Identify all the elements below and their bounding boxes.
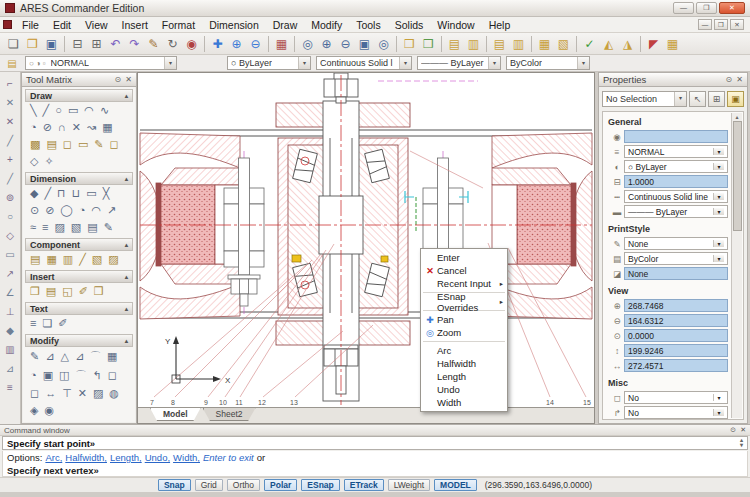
chevron-down-icon[interactable]: ▾: [713, 163, 724, 170]
chevron-down-icon[interactable]: ▾: [577, 57, 589, 69]
minimize-button[interactable]: —: [673, 2, 694, 14]
chevron-down-icon[interactable]: ▾: [399, 57, 411, 69]
child-minimize-button[interactable]: —: [698, 19, 712, 30]
menu-format[interactable]: Format: [155, 18, 202, 32]
menu-item-undo[interactable]: Undo: [421, 383, 507, 396]
print-style-combo[interactable]: ByColor ▾: [506, 56, 590, 70]
cad-drawing[interactable]: 7 8 9 10 11 12 13 14 15 Y X: [138, 73, 594, 407]
selection-combo[interactable]: No Selection ▾: [602, 91, 687, 107]
zoom-dynamic-icon[interactable]: ⊕: [317, 35, 336, 53]
tool-icon-row[interactable]: ◻↔⊤✕▨◍: [23, 385, 135, 402]
line-style-field[interactable]: Continuous Solid line▾: [624, 190, 728, 203]
tab-sheet2[interactable]: Sheet2: [203, 408, 256, 421]
pan-icon[interactable]: ✚: [208, 35, 227, 53]
tool-icon-row[interactable]: ≈≡▨▧▤✎: [23, 219, 135, 236]
esnap-tool-icon[interactable]: ⊥: [2, 302, 19, 321]
closed-box-icon[interactable]: ▥: [509, 35, 528, 53]
tool-icon-row[interactable]: ✎⊿△⊿⌒▦: [23, 347, 135, 366]
menu-item-zoom[interactable]: ◎Zoom: [421, 326, 507, 339]
menu-solids[interactable]: Solids: [388, 18, 431, 32]
menu-view[interactable]: View: [78, 18, 115, 32]
chevron-down-icon[interactable]: ▾: [713, 409, 724, 416]
flag-icon[interactable]: ◤: [644, 35, 663, 53]
tab-model[interactable]: Model: [150, 408, 201, 421]
esnap-tool-icon[interactable]: ✕: [2, 112, 19, 131]
pin-icon[interactable]: ⊙: [730, 426, 736, 434]
properties-options-button[interactable]: ▣: [727, 91, 744, 107]
chevron-down-icon[interactable]: ▾: [164, 57, 176, 69]
edit-icon[interactable]: ✎: [144, 35, 163, 53]
child-restore-button[interactable]: ❐: [714, 19, 728, 30]
menu-draw[interactable]: Draw: [266, 18, 305, 32]
option-enter-exit-link[interactable]: Enter to exit: [203, 452, 254, 463]
zoom-window-icon[interactable]: ◎: [298, 35, 317, 53]
close-button[interactable]: ✕: [719, 2, 745, 14]
polar-toggle[interactable]: Polar: [264, 479, 297, 491]
etrack-toggle[interactable]: ETrack: [344, 479, 384, 491]
layer-combo[interactable]: ○◑▫ NORMAL ▾: [25, 56, 177, 70]
import-sheet-icon[interactable]: ❒: [419, 35, 438, 53]
esnap-tool-icon[interactable]: ○: [2, 207, 19, 226]
menu-tools[interactable]: Tools: [349, 18, 388, 32]
tool-icon-row[interactable]: ⊙⊘◯◔◠↗: [23, 202, 135, 219]
menu-insert[interactable]: Insert: [115, 18, 155, 32]
tool-icon-row[interactable]: ◇✧: [23, 153, 135, 170]
close-icon[interactable]: ✕: [125, 75, 132, 84]
snap-toggle[interactable]: Snap: [158, 479, 191, 491]
line-style-combo[interactable]: Continuous Solid l ▾: [316, 56, 412, 70]
zoom-previous-icon[interactable]: ⊖: [336, 35, 355, 53]
zoom-in-icon[interactable]: ⊕: [227, 35, 246, 53]
zoom-extents-icon[interactable]: ◎: [374, 35, 393, 53]
drawer-a-icon[interactable]: ▦: [535, 35, 554, 53]
print-icon[interactable]: ⊟: [68, 35, 87, 53]
center-x-field[interactable]: 268.7468: [624, 299, 728, 312]
menu-window[interactable]: Window: [430, 18, 481, 32]
print-preview-icon[interactable]: ⊞: [87, 35, 106, 53]
menu-item-length[interactable]: Length: [421, 370, 507, 383]
line-scale-field[interactable]: 1.0000: [624, 175, 728, 188]
menu-item-arc[interactable]: Arc: [421, 344, 507, 357]
drawing-canvas[interactable]: 7 8 9 10 11 12 13 14 15 Y X Model Sheet2: [137, 72, 595, 424]
chevron-down-icon[interactable]: ▾: [713, 148, 724, 155]
drawer-b-icon[interactable]: ▧: [554, 35, 573, 53]
menu-item-recent-input[interactable]: Recent Input▸: [421, 277, 507, 290]
option-width-link[interactable]: Width,: [173, 452, 200, 463]
esnap-tool-icon[interactable]: ◇: [2, 226, 19, 245]
menu-item-esnap-overrides[interactable]: ESnap Overrides▸: [421, 295, 507, 308]
tool-icon-row[interactable]: ╲╱○▭◠∿: [23, 102, 135, 119]
chevron-down-icon[interactable]: ▾: [488, 57, 500, 69]
menu-item-halfwidth[interactable]: Halfwidth: [421, 357, 507, 370]
scroll-up-icon[interactable]: ▴: [735, 113, 738, 120]
pin-icon[interactable]: ⊙: [726, 75, 733, 84]
misc-field[interactable]: No▾: [624, 391, 728, 404]
menu-modify[interactable]: Modify: [304, 18, 349, 32]
option-arc-link[interactable]: Arc,: [45, 452, 62, 463]
download-icon[interactable]: ◮: [618, 35, 637, 53]
tool-icon-row[interactable]: ◆╱⊓⊔▭╳: [23, 185, 135, 202]
zoom-out-icon[interactable]: ⊖: [246, 35, 265, 53]
chevron-down-icon[interactable]: ▾: [713, 193, 724, 200]
section-draw[interactable]: Draw▴: [25, 89, 133, 102]
save-sheet-icon[interactable]: ❒: [400, 35, 419, 53]
pack-go-icon[interactable]: ▥: [464, 35, 483, 53]
center-z-field[interactable]: 0.0000: [624, 329, 728, 342]
redo-icon[interactable]: ↷: [125, 35, 144, 53]
tool-icon-row[interactable]: ◔▣◫⌒↰◻: [23, 366, 135, 385]
palette-icon[interactable]: ▦: [272, 35, 291, 53]
misc-field[interactable]: No▾: [624, 406, 728, 419]
toolbox-icon[interactable]: ▦: [663, 35, 682, 53]
view-height-field[interactable]: 199.9246: [624, 344, 728, 357]
tool-icon-row[interactable]: ❐▤◱✐❒: [23, 283, 135, 300]
chevron-down-icon[interactable]: ▾: [298, 57, 310, 69]
layer-field[interactable]: NORMAL▾: [624, 145, 728, 158]
esnap-tool-icon[interactable]: ▭: [2, 245, 19, 264]
chevron-down-icon[interactable]: ▾: [713, 255, 724, 262]
chevron-down-icon[interactable]: ▾: [674, 92, 686, 106]
select-entities-button[interactable]: ↖: [689, 91, 706, 107]
quick-select-button[interactable]: ⊞: [708, 91, 725, 107]
esnap-tool-icon[interactable]: ≡: [2, 378, 19, 397]
undo-icon[interactable]: ↶: [106, 35, 125, 53]
esnap-tool-icon[interactable]: ∠: [2, 283, 19, 302]
export-sheet-icon[interactable]: ▤: [445, 35, 464, 53]
chevron-down-icon[interactable]: ▾: [713, 240, 724, 247]
